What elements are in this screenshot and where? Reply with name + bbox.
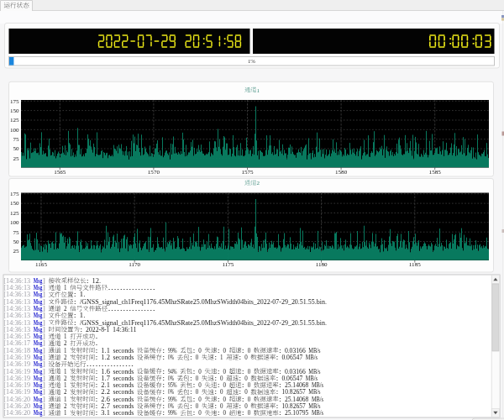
svg-text:25: 25 (13, 248, 20, 255)
svg-text:14:36:11: 14:36:11 (113, 326, 137, 333)
svg-text:1170: 1170 (129, 261, 140, 268)
svg-text:0.06547: 0.06547 (281, 354, 302, 361)
svg-text:0: 0 (244, 354, 248, 361)
svg-text::: : (276, 354, 279, 361)
svg-text::: : (74, 298, 77, 306)
svg-text:2: 2 (64, 305, 67, 312)
svg-text:50: 50 (13, 239, 20, 245)
svg-text:1585: 1585 (429, 169, 442, 176)
svg-text:125: 125 (10, 210, 19, 217)
svg-text:1185: 1185 (409, 261, 421, 268)
svg-text:MB/s: MB/s (312, 409, 323, 417)
svg-text:1: 1 (64, 284, 67, 291)
svg-text:MB/s: MB/s (306, 354, 318, 361)
svg-text::: : (74, 319, 77, 327)
svg-text:1: 1 (64, 409, 67, 417)
svg-text::: : (87, 277, 90, 285)
svg-text:0: 0 (198, 368, 202, 375)
svg-text::: : (192, 409, 196, 417)
svg-text:0: 0 (223, 396, 227, 403)
svg-text:1565: 1565 (54, 169, 66, 176)
svg-text:0%: 0% (168, 354, 174, 361)
svg-text::: : (162, 409, 165, 417)
svg-text:175: 175 (10, 191, 19, 197)
svg-text:50: 50 (13, 145, 20, 152)
svg-text:0: 0 (198, 381, 202, 389)
svg-text:1580: 1580 (335, 169, 348, 176)
svg-text:[14:36:20: [14:36:20 (3, 409, 30, 417)
svg-text:0: 0 (248, 347, 251, 354)
svg-text:................: ................ (108, 284, 155, 291)
svg-text::: : (217, 409, 220, 417)
svg-text:1575: 1575 (241, 169, 254, 176)
svg-text:150: 150 (10, 108, 19, 114)
svg-text:0: 0 (248, 396, 251, 403)
svg-text::: : (80, 326, 83, 333)
svg-text:]: ] (42, 409, 45, 417)
svg-text:75: 75 (13, 229, 20, 236)
svg-text:0: 0 (248, 381, 251, 389)
svg-text:1180: 1180 (316, 261, 328, 268)
svg-text:100: 100 (10, 219, 19, 226)
svg-text:150: 150 (10, 200, 19, 207)
svg-text:0: 0 (198, 409, 202, 417)
svg-text:0: 0 (223, 347, 227, 354)
svg-text:2: 2 (64, 354, 67, 361)
svg-text:99%: 99% (168, 409, 177, 417)
svg-text:0: 0 (248, 409, 251, 417)
svg-text::: : (162, 354, 165, 361)
svg-text:0: 0 (223, 409, 227, 417)
svg-text::: : (214, 354, 218, 361)
svg-text:125: 125 (10, 117, 19, 123)
svg-text:1175: 1175 (222, 261, 234, 268)
svg-text:Msg: Msg (34, 409, 43, 417)
svg-text::: : (239, 354, 242, 361)
svg-text::: : (95, 409, 98, 417)
svg-text::: : (190, 354, 193, 361)
svg-text:seconds: seconds (113, 409, 134, 417)
svg-text:100: 100 (10, 127, 19, 134)
svg-text:2: 2 (256, 180, 260, 186)
svg-text:0: 0 (198, 396, 202, 403)
svg-text:................: ................ (108, 305, 155, 312)
svg-text:25: 25 (13, 155, 20, 162)
svg-text:1: 1 (220, 354, 223, 361)
svg-text:175: 175 (10, 98, 19, 105)
svg-text:0: 0 (223, 368, 227, 375)
svg-text:0: 0 (248, 368, 251, 375)
svg-text:1%: 1% (248, 58, 255, 64)
svg-text:0: 0 (223, 381, 227, 389)
svg-text::: : (242, 409, 245, 417)
svg-text:1: 1 (256, 87, 260, 94)
svg-text:1165: 1165 (35, 261, 47, 268)
svg-text:1570: 1570 (148, 169, 160, 176)
svg-text:75: 75 (13, 136, 20, 143)
svg-text::: : (279, 409, 282, 417)
svg-text:0: 0 (198, 347, 202, 354)
svg-text:0: 0 (196, 354, 199, 361)
svg-text:12.: 12. (92, 277, 102, 285)
svg-text:3.1: 3.1 (101, 409, 110, 417)
svg-text:25.10795: 25.10795 (285, 409, 309, 417)
